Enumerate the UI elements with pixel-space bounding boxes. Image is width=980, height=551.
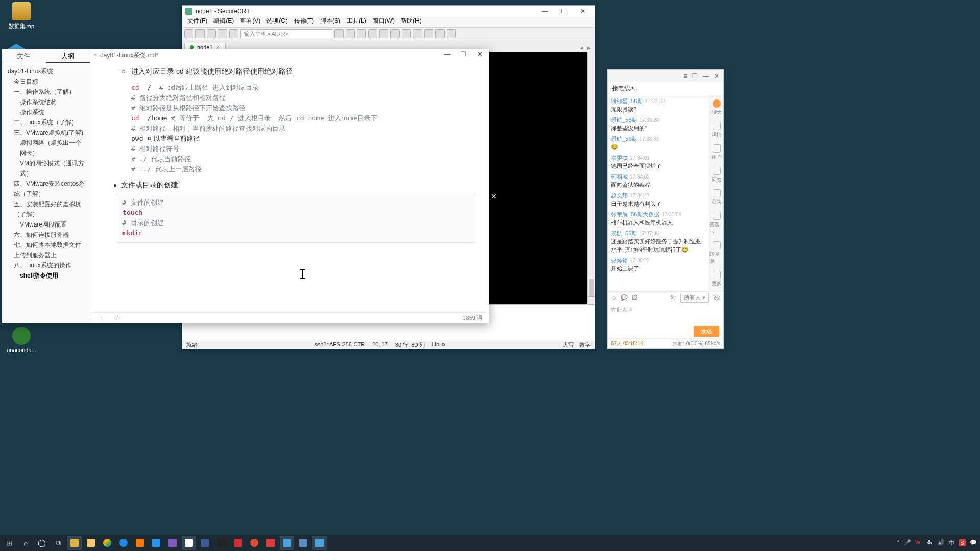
tab-outline[interactable]: 大纲 [46,49,90,63]
scrollbar[interactable] [587,52,595,304]
task-button[interactable] [296,536,310,550]
menu-window[interactable]: 窗口(W) [371,17,397,27]
host-input[interactable]: 输入主机 <Alt+R> [240,29,332,38]
document-area[interactable]: 进入对应目录 cd 建议能使用绝对路径使用绝对路径 cd / # cd后跟上路径… [90,60,489,312]
desktop-icon-anaconda[interactable]: anaconda... [2,327,41,353]
menu-tools[interactable]: 工具(L) [345,17,369,27]
toolbar-button[interactable] [229,29,238,38]
window-titlebar[interactable]: node1 - SecureCRT — ☐ ✕ [182,6,595,17]
chat-side-item[interactable]: 随堂测 [709,241,723,265]
chat-side-item[interactable]: 公告 [712,189,722,206]
menu-options[interactable]: 选项(O) [264,17,289,27]
task-button[interactable] [116,536,131,550]
task-button[interactable] [100,536,114,550]
to-select[interactable]: 所有人 ▾ [680,293,709,303]
task-button[interactable] [247,536,261,550]
close-button[interactable]: ✕ [714,72,719,80]
task-button[interactable] [67,536,82,550]
volume-icon[interactable]: 🔊 [938,539,945,546]
menu-icon[interactable]: ≡ [683,72,687,80]
maximize-button[interactable]: ☐ [457,50,470,58]
toolbar-button[interactable] [195,29,205,38]
toolbar-button[interactable] [379,29,388,38]
outline-item[interactable]: VMware网段配置 [8,219,87,230]
chat-input[interactable]: 在此发言 [608,304,723,324]
send-button[interactable]: 发送 [694,326,719,337]
task-button[interactable] [165,536,180,550]
toolbar-button[interactable] [424,29,433,38]
outline-item[interactable]: 五、安装配置好的虚拟机（了解） [8,199,87,219]
task-button[interactable] [133,536,147,550]
outline-item[interactable]: 七、如何将本地数据文件上传到服务器上 [8,240,87,260]
minimize-button[interactable]: — [440,50,454,58]
maximize-button[interactable]: ☐ [555,8,573,15]
outline-item[interactable]: 操作系统 [8,107,87,117]
task-button[interactable] [263,536,278,550]
message-list[interactable]: 猪柳蛋_56期17:32:33无限月读?景航_56期17:33:28净整些没用的… [608,95,709,291]
close-icon[interactable]: ✕ [491,192,497,201]
task-button[interactable] [231,536,245,550]
chat-bubble-icon[interactable]: 💬 [621,294,628,301]
tray-chevron-icon[interactable]: ˄ [897,540,900,546]
tab-nav-right[interactable]: ▸ [585,44,593,52]
toolbar-button[interactable] [435,29,445,38]
tab-file[interactable]: 文件 [2,49,46,63]
menu-help[interactable]: 帮助(H) [399,17,424,27]
chat-side-item[interactable]: 问答 [712,167,722,183]
minimize-button[interactable]: — [536,8,553,15]
toolbar-button[interactable] [447,29,456,38]
toolbar-button[interactable] [184,29,193,38]
close-button[interactable]: ✕ [574,8,592,15]
outline-item[interactable]: day01-Linux系统 [8,66,87,77]
network-icon[interactable]: 🖧 [926,539,934,546]
image-icon[interactable]: 🖼 [632,295,638,301]
task-button[interactable] [149,536,163,550]
tab-nav-left[interactable]: ◂ [578,44,585,52]
tray-icon[interactable]: 🎤 [904,539,911,546]
toolbar-button[interactable] [402,29,411,38]
outline-item[interactable]: 二、Linux系统（了解） [8,117,87,128]
task-button[interactable] [312,536,327,550]
chat-side-item[interactable]: 聊天 [712,99,722,116]
emoji-icon[interactable]: ☺ [611,295,617,301]
tray-icon[interactable]: W [915,539,922,546]
task-button[interactable] [84,536,98,550]
toolbar-button[interactable] [346,29,355,38]
outline-item[interactable]: 六、如何连接服务器 [8,230,87,240]
menu-edit[interactable]: 编辑(E) [211,17,236,27]
chat-side-item[interactable]: 详情 [712,122,722,138]
cortana-button[interactable]: ◯ [35,536,49,550]
toolbar-button[interactable] [413,29,422,38]
nav-back-icon[interactable]: 〈 [97,315,103,321]
tray-icon[interactable]: S [959,539,966,546]
chat-side-item[interactable]: 更多 [712,271,722,287]
task-button[interactable] [198,536,212,550]
chat-side-item[interactable]: 答题卡 [709,212,723,235]
outline-item[interactable]: VM的网络模式（通讯方式） [8,158,87,179]
desktop-icon-zip[interactable]: 数据集.zip [2,2,41,30]
toolbar-button[interactable] [207,29,216,38]
start-button[interactable]: ⊞ [2,536,16,550]
task-button[interactable] [214,536,229,550]
outline-item[interactable]: 今日目标 [8,77,87,87]
ime-indicator[interactable]: 中 [949,539,954,547]
task-button[interactable] [280,536,294,550]
menu-view[interactable]: 查看(V) [238,17,262,27]
outline-item[interactable]: 三、VMware虚拟机(了解) [8,128,87,138]
outline-item[interactable]: 一、操作系统（了解） [8,87,87,97]
toolbar-button[interactable] [218,29,227,38]
toolbar-button[interactable] [368,29,377,38]
taskview-button[interactable]: ⧉ [51,536,65,550]
search-button[interactable]: ⌕ [18,536,33,550]
toolbar-button[interactable] [390,29,400,38]
minimize-button[interactable]: — [703,72,709,80]
outline-item[interactable]: 操作系统结构 [8,97,87,107]
task-button[interactable] [182,536,196,550]
outline-item[interactable]: 四、VMware安装centos系统（了解） [8,179,87,199]
action-center-icon[interactable]: 💬 [970,539,977,546]
restore-icon[interactable]: ❐ [692,72,698,80]
menu-transfer[interactable]: 传输(T) [292,17,316,27]
menu-script[interactable]: 脚本(S) [318,17,342,27]
toolbar-button[interactable] [357,29,366,38]
menu-file[interactable]: 文件(F) [185,17,209,27]
